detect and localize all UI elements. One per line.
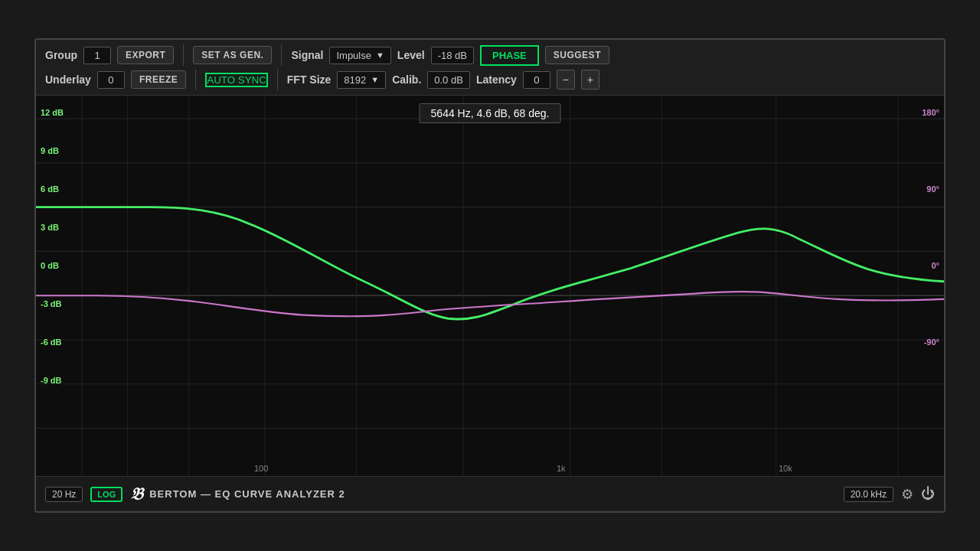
freq-max-badge: 20.0 kHz [844,487,893,502]
settings-button[interactable]: ⚙ [901,486,913,503]
fft-label: FFT Size [287,73,332,86]
chart-area: 5644 Hz, 4.6 dB, 68 deg. 12 dB 9 dB 6 dB… [36,96,944,476]
fft-dropdown[interactable]: 8192 ▼ [337,71,386,89]
calib-value[interactable]: 0.0 dB [427,71,470,89]
x-label-10k: 10k [779,464,792,473]
group-value[interactable]: 1 [83,47,111,64]
y-label-3db: 3 dB [41,223,59,232]
y-label-0db: 0 dB [41,261,59,270]
y-label-minus90deg: -90° [924,337,939,347]
bottom-bar: 20 Hz LOG 𝔅 BERTOM — EQ CURVE ANALYZER 2… [36,476,944,511]
y-label-minus3db: -3 dB [41,299,62,308]
chart-svg [36,96,944,476]
signal-label: Signal [291,49,323,61]
auto-sync-button[interactable]: AUTO SYNC [205,73,268,87]
set-as-gen-button[interactable]: SET AS GEN. [193,46,272,64]
separator-1 [183,44,184,66]
phase-button[interactable]: PHASE [480,45,539,66]
group-label: Group [45,49,77,61]
y-label-90deg: 90° [926,184,939,194]
latency-plus-button[interactable]: + [581,70,599,90]
y-label-12db: 12 dB [41,108,64,117]
freeze-button[interactable]: FREEZE [131,70,186,89]
brand-logo: 𝔅 [130,484,143,504]
y-label-9db: 9 dB [41,146,59,155]
y-label-0deg: 0° [931,261,939,270]
export-button[interactable]: EXPORT [117,46,174,64]
y-label-minus9db: -9 dB [41,376,62,385]
latency-label: Latency [476,73,517,86]
bottom-right: 20.0 kHz ⚙ ⏻ [844,486,935,503]
plugin-container: Group 1 EXPORT SET AS GEN. Signal Impuls… [34,38,946,513]
y-label-minus6db: -6 dB [41,337,62,347]
signal-value: Impulse [336,50,371,61]
controls-bar: Group 1 EXPORT SET AS GEN. Signal Impuls… [36,40,944,96]
separator-3 [195,69,196,90]
fft-dropdown-arrow: ▼ [371,75,379,84]
latency-minus-button[interactable]: − [557,70,575,90]
separator-2 [281,44,282,66]
power-button[interactable]: ⏻ [921,486,935,502]
log-badge[interactable]: LOG [90,487,122,502]
underlay-value[interactable]: 0 [97,71,125,89]
brand-text: BERTOM — EQ CURVE ANALYZER 2 [149,488,345,500]
freq-min-badge: 20 Hz [45,487,83,502]
y-label-6db: 6 dB [41,184,59,194]
calib-label: Calib. [392,73,421,86]
level-label: Level [397,49,425,61]
y-label-180deg: 180° [922,108,939,117]
x-label-1k: 1k [557,464,566,473]
level-value[interactable]: -18 dB [431,47,474,64]
separator-4 [277,69,278,90]
controls-row-2: Underlay 0 FREEZE AUTO SYNC FFT Size 819… [45,69,935,90]
brand-area: 𝔅 BERTOM — EQ CURVE ANALYZER 2 [130,484,345,504]
fft-value: 8192 [344,74,366,86]
suggest-button[interactable]: SUGGEST [545,46,609,64]
x-label-100: 100 [254,464,268,473]
signal-dropdown-arrow: ▼ [376,51,384,60]
underlay-label: Underlay [45,73,91,86]
controls-row-1: Group 1 EXPORT SET AS GEN. Signal Impuls… [45,44,935,66]
bottom-left: 20 Hz LOG 𝔅 BERTOM — EQ CURVE ANALYZER 2 [45,484,345,504]
signal-dropdown[interactable]: Impulse ▼ [329,47,390,64]
latency-value[interactable]: 0 [523,71,550,89]
